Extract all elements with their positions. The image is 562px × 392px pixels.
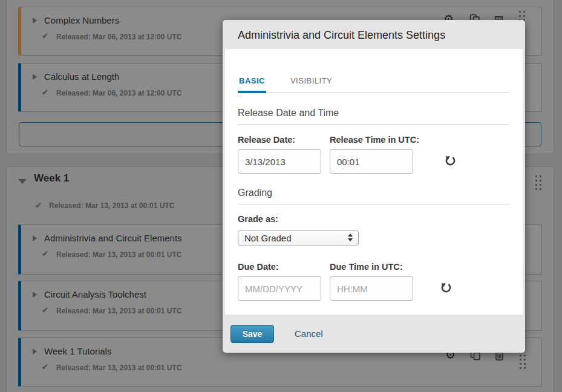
due-time-label: Due Time in UTC: <box>330 262 422 272</box>
release-date-input[interactable] <box>238 149 321 174</box>
modal-title: Administrivia and Circuit Elements Setti… <box>238 20 445 49</box>
grade-as-select[interactable]: Not Graded <box>238 230 359 246</box>
modal-body: BASIC VISIBILITY Release Date and Time R… <box>225 49 523 315</box>
subsection-settings-modal: Administrivia and Circuit Elements Setti… <box>223 20 525 353</box>
grading-group-heading: Grading <box>238 188 510 204</box>
modal-tabs: BASIC VISIBILITY <box>238 76 510 93</box>
reset-release-date-button[interactable] <box>445 155 456 168</box>
due-time-input[interactable] <box>330 276 413 301</box>
release-date-label: Release Date: <box>238 135 330 145</box>
release-time-label: Release Time in UTC: <box>330 135 422 145</box>
tab-basic[interactable]: BASIC <box>238 76 266 92</box>
grade-as-value: Not Graded <box>244 233 292 243</box>
reset-icon <box>440 282 452 293</box>
cancel-link[interactable]: Cancel <box>295 328 323 339</box>
release-time-input[interactable] <box>330 149 413 174</box>
select-stepper-icon <box>348 234 353 241</box>
reset-due-date-button[interactable] <box>440 282 452 295</box>
due-date-input[interactable] <box>238 276 321 301</box>
tab-visibility[interactable]: VISIBILITY <box>289 76 333 92</box>
reset-icon <box>445 155 456 166</box>
due-date-label: Due Date: <box>238 262 330 272</box>
grade-as-label: Grade as: <box>238 214 278 224</box>
save-button[interactable]: Save <box>230 325 274 343</box>
release-group-heading: Release Date and Time <box>238 108 510 125</box>
modal-footer: Save Cancel <box>223 315 525 353</box>
